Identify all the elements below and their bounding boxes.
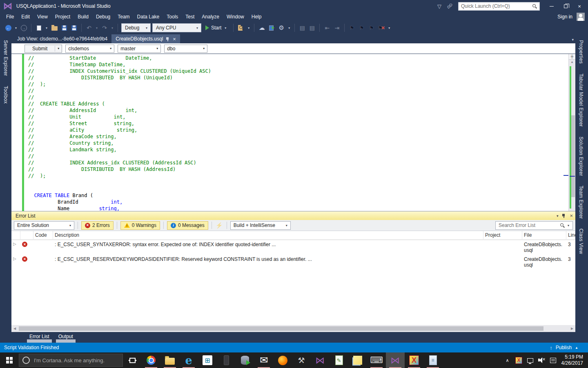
- close-tab-icon[interactable]: ×: [173, 36, 176, 42]
- notifications-flag-icon[interactable]: ▽: [437, 3, 441, 9]
- error-row[interactable]: ▷ × : E_CSC_USER_SYNTAXERROR: syntax err…: [11, 240, 575, 255]
- chrome-icon[interactable]: [142, 352, 160, 368]
- toggle-bookmark-icon[interactable]: ⚑: [348, 23, 356, 32]
- settings-gear-icon[interactable]: ⚙: [277, 23, 285, 32]
- account-select[interactable]: clsdemos▾: [65, 45, 114, 53]
- expand-row-icon[interactable]: ▷: [11, 240, 20, 248]
- volume-muted-icon[interactable]: [536, 352, 548, 368]
- menu-item[interactable]: File: [2, 13, 18, 21]
- side-tab[interactable]: Team Explorer: [578, 182, 584, 223]
- navigate-back-icon[interactable]: ←: [4, 23, 12, 32]
- tab-createdbobjects[interactable]: CreateDBobjects.usql ×: [111, 34, 180, 43]
- network-icon[interactable]: [525, 352, 536, 368]
- store-icon[interactable]: ⊞: [198, 352, 217, 368]
- scroll-left-icon[interactable]: ◀: [11, 327, 18, 330]
- taskbar-clock[interactable]: 5:19 PM 4/26/2017: [559, 354, 588, 366]
- window-position-dropdown[interactable]: ▾: [557, 214, 559, 218]
- xming-icon[interactable]: X: [405, 352, 423, 368]
- error-scope-select[interactable]: Entire Solution▾: [14, 221, 74, 230]
- find-dropdown[interactable]: ▾: [247, 26, 251, 30]
- xming-tray-icon[interactable]: X: [513, 352, 525, 368]
- editor-vertical-scrollbar[interactable]: ╪ ▲: [568, 54, 575, 211]
- task-view-icon[interactable]: [123, 352, 142, 368]
- errors-filter-button[interactable]: × 2 Errors: [81, 221, 114, 230]
- minimize-button[interactable]: [546, 2, 558, 11]
- menu-item[interactable]: Edit: [18, 13, 33, 21]
- visual-studio-active-icon[interactable]: ⋈: [386, 352, 405, 368]
- start-button[interactable]: [0, 352, 19, 368]
- menu-item[interactable]: Tools: [163, 13, 182, 21]
- clear-bookmarks-icon[interactable]: ⚑✕: [377, 23, 385, 32]
- menu-item[interactable]: Build: [74, 13, 92, 21]
- side-tab[interactable]: Class View: [578, 224, 584, 258]
- menu-item[interactable]: Project: [51, 13, 74, 21]
- recorder-app-icon[interactable]: ✎: [330, 352, 348, 368]
- pin-tab-icon[interactable]: [166, 37, 170, 41]
- touch-keyboard-icon[interactable]: ⌨: [367, 352, 386, 368]
- notepad-icon[interactable]: ≡: [423, 352, 442, 368]
- undo-icon[interactable]: ↶: [85, 23, 93, 32]
- send-feedback-icon[interactable]: 🗪: [447, 3, 452, 9]
- tab-list-dropdown[interactable]: ▾: [572, 38, 574, 42]
- menu-item[interactable]: Test: [182, 13, 198, 21]
- submit-button[interactable]: Submit ▾: [24, 45, 62, 53]
- tab-job-view[interactable]: Job View: clsdemo...-8e60-e79644feb9b4: [13, 34, 111, 43]
- close-button[interactable]: ×: [573, 2, 586, 11]
- file-explorer-icon[interactable]: [160, 352, 179, 368]
- hscroll-thumb[interactable]: [19, 326, 543, 331]
- avatar[interactable]: [577, 13, 585, 21]
- menu-item[interactable]: View: [33, 13, 51, 21]
- navigate-back-dropdown[interactable]: ▾: [14, 26, 18, 30]
- save-icon[interactable]: [60, 23, 68, 32]
- start-debug-button[interactable]: Start ▾: [203, 24, 230, 31]
- scrollbar-thumb[interactable]: [571, 115, 575, 197]
- firefox-icon[interactable]: [273, 352, 292, 368]
- next-bookmark-icon[interactable]: ⚑: [368, 23, 376, 32]
- side-tab[interactable]: Properties: [578, 36, 584, 68]
- auto-hide-pin-icon[interactable]: [562, 213, 566, 218]
- warnings-filter-button[interactable]: 0 Warnings: [120, 221, 160, 230]
- phone-icon[interactable]: [217, 352, 236, 368]
- previous-bookmark-icon[interactable]: ⚑: [358, 23, 366, 32]
- comment-icon[interactable]: ▤: [298, 23, 306, 32]
- side-tab[interactable]: Toolbox: [3, 82, 9, 108]
- side-tab[interactable]: Solution Explorer: [578, 132, 584, 180]
- new-file-dropdown[interactable]: ▾: [45, 26, 49, 30]
- error-list-title-bar[interactable]: Error List ▾ ×: [11, 211, 575, 220]
- menu-item[interactable]: Help: [248, 13, 265, 21]
- data-lake-cloud-icon[interactable]: ☁: [258, 23, 266, 32]
- edge-icon[interactable]: e: [179, 352, 198, 368]
- action-center-icon[interactable]: [548, 352, 559, 368]
- schema-select[interactable]: dbo▾: [164, 45, 207, 53]
- horizontal-scrollbar[interactable]: ◀ ▶: [11, 325, 575, 332]
- scroll-right-icon[interactable]: ▶: [569, 327, 575, 330]
- save-all-icon[interactable]: [70, 23, 78, 32]
- toolbar-overflow-dropdown[interactable]: ▾: [287, 26, 291, 30]
- sign-in-link[interactable]: Sign in: [557, 14, 572, 20]
- solution-platform-select[interactable]: Any CPU▾: [152, 23, 201, 32]
- navigate-forward-icon[interactable]: →: [20, 23, 28, 32]
- find-in-files-icon[interactable]: [237, 23, 245, 32]
- sql-database-icon[interactable]: [236, 352, 254, 368]
- build-intellisense-select[interactable]: Build + IntelliSense▾: [230, 221, 291, 230]
- splitter-handle[interactable]: ╪: [569, 54, 575, 60]
- error-search-input[interactable]: Search Error List ▾: [495, 221, 573, 230]
- error-row[interactable]: ▷ × : E_CSC_USER_RESERVEDKEYWORDASIDENTI…: [11, 255, 575, 269]
- tray-expand-icon[interactable]: ∧: [502, 352, 513, 368]
- panel-tab[interactable]: Output: [54, 332, 77, 340]
- close-panel-icon[interactable]: ×: [570, 213, 573, 219]
- column-file[interactable]: File: [522, 231, 566, 240]
- undo-dropdown[interactable]: ▾: [95, 26, 99, 30]
- solution-configuration-select[interactable]: Debug▾: [121, 23, 151, 32]
- publish-button[interactable]: ↑ Publish ▲: [550, 345, 584, 351]
- new-file-icon[interactable]: [35, 23, 43, 32]
- menu-item[interactable]: Debug: [92, 13, 114, 21]
- uncomment-icon[interactable]: ▤: [308, 23, 316, 32]
- open-file-icon[interactable]: [50, 23, 58, 32]
- visual-studio-icon[interactable]: ⋈: [311, 352, 330, 368]
- outdent-icon[interactable]: ⇤: [323, 23, 331, 32]
- quick-launch-input[interactable]: Quick Launch (Ctrl+Q): [458, 2, 540, 11]
- expand-row-icon[interactable]: ▷: [11, 255, 20, 263]
- sticky-notes-icon[interactable]: [348, 352, 367, 368]
- restore-button[interactable]: [559, 2, 572, 11]
